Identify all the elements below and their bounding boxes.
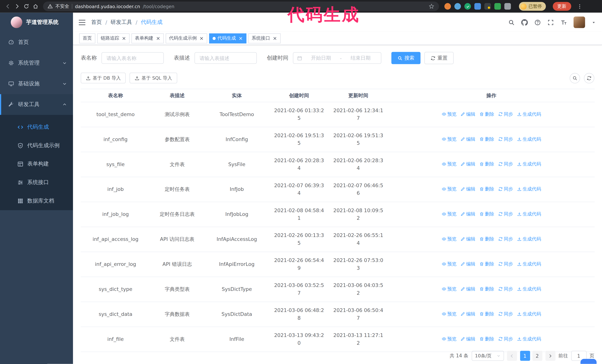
tab-system-api[interactable]: 系统接口× <box>248 33 280 43</box>
row-action-sync[interactable]: 同步 <box>498 185 513 193</box>
row-action-sync[interactable]: 同步 <box>498 285 513 293</box>
reload-button[interactable] <box>22 2 31 11</box>
row-action-preview[interactable]: 预览 <box>441 110 456 118</box>
row-action-sync[interactable]: 同步 <box>498 335 513 343</box>
row-action-edit[interactable]: 编辑 <box>460 160 475 168</box>
row-action-delete[interactable]: 删除 <box>479 285 494 293</box>
caret-down-icon[interactable] <box>592 20 596 24</box>
paused-badge[interactable]: 已暂停 <box>519 2 546 11</box>
breadcrumb-devtools[interactable]: 研发工具 <box>111 19 132 26</box>
prev-page-button[interactable] <box>507 351 517 361</box>
submenu-item-codegen-example[interactable]: 代码生成示例 <box>0 136 73 155</box>
close-icon[interactable]: × <box>200 36 204 41</box>
row-action-generate[interactable]: 生成代码 <box>517 235 541 243</box>
row-action-sync[interactable]: 同步 <box>498 160 513 168</box>
forward-button[interactable] <box>12 2 22 11</box>
row-action-sync[interactable]: 同步 <box>498 110 513 118</box>
row-action-preview[interactable]: 预览 <box>441 285 456 293</box>
date-range-picker[interactable]: 开始日期 - 结束日期 <box>293 52 381 64</box>
row-action-delete[interactable]: 删除 <box>479 310 494 318</box>
row-action-delete[interactable]: 删除 <box>479 110 494 118</box>
row-action-edit[interactable]: 编辑 <box>460 335 475 343</box>
row-action-generate[interactable]: 生成代码 <box>517 310 541 318</box>
help-icon[interactable] <box>534 19 541 26</box>
row-action-sync[interactable]: 同步 <box>498 135 513 143</box>
row-action-preview[interactable]: 预览 <box>441 185 456 193</box>
next-page-button[interactable] <box>545 351 555 361</box>
row-action-edit[interactable]: 编辑 <box>460 285 475 293</box>
extension-icon[interactable] <box>474 3 481 10</box>
row-action-preview[interactable]: 预览 <box>441 310 456 318</box>
extension-icon[interactable] <box>484 3 491 10</box>
extensions-puzzle-icon[interactable] <box>504 3 511 10</box>
row-action-preview[interactable]: 预览 <box>441 235 456 243</box>
update-button[interactable]: 更新 <box>553 2 571 11</box>
sidebar-item-system-management[interactable]: 系统管理 <box>0 52 73 73</box>
reset-button[interactable]: 重置 <box>424 52 454 64</box>
row-action-edit[interactable]: 编辑 <box>460 110 475 118</box>
extension-icon[interactable] <box>454 3 461 10</box>
row-action-sync[interactable]: 同步 <box>498 260 513 268</box>
table-name-input[interactable] <box>101 52 164 64</box>
row-action-delete[interactable]: 删除 <box>479 160 494 168</box>
row-action-preview[interactable]: 预览 <box>441 210 456 218</box>
row-action-edit[interactable]: 编辑 <box>460 185 475 193</box>
page-button-1[interactable]: 1 <box>520 351 530 361</box>
extension-icon[interactable] <box>444 3 451 10</box>
row-action-delete[interactable]: 删除 <box>479 260 494 268</box>
tab-codegen-example[interactable]: 代码生成示例× <box>166 33 207 43</box>
close-icon[interactable]: × <box>122 36 126 41</box>
home-button[interactable] <box>31 2 40 11</box>
back-button[interactable] <box>3 2 12 11</box>
row-action-preview[interactable]: 预览 <box>441 160 456 168</box>
page-button-2[interactable]: 2 <box>532 351 542 361</box>
row-action-generate[interactable]: 生成代码 <box>517 285 541 293</box>
submenu-item-system-api[interactable]: 系统接口 <box>0 173 73 192</box>
row-action-preview[interactable]: 预览 <box>441 335 456 343</box>
submenu-item-db-doc[interactable]: 数据库文档 <box>0 192 73 210</box>
address-bar[interactable]: 不安全 dashboard.yudao.iocoder.cn/tool/code… <box>43 1 439 11</box>
row-action-sync[interactable]: 同步 <box>498 310 513 318</box>
refresh-table-button[interactable] <box>584 73 594 83</box>
tab-home[interactable]: 首页 <box>79 33 95 43</box>
row-action-preview[interactable]: 预览 <box>441 135 456 143</box>
user-avatar[interactable] <box>573 16 585 28</box>
close-icon[interactable]: × <box>156 36 160 41</box>
page-size-select[interactable]: 10条/页 <box>472 351 504 361</box>
row-action-edit[interactable]: 编辑 <box>460 135 475 143</box>
browser-menu-icon[interactable] <box>577 4 582 9</box>
floating-widget[interactable] <box>580 359 597 364</box>
sidebar-item-dev-tools[interactable]: 研发工具 <box>0 94 73 115</box>
hamburger-icon[interactable] <box>78 19 86 26</box>
row-action-edit[interactable]: 编辑 <box>460 210 475 218</box>
row-action-delete[interactable]: 删除 <box>479 210 494 218</box>
bookmark-star-icon[interactable] <box>429 3 434 9</box>
row-action-sync[interactable]: 同步 <box>498 210 513 218</box>
font-size-icon[interactable] <box>560 19 567 26</box>
row-action-preview[interactable]: 预览 <box>441 260 456 268</box>
table-desc-input[interactable] <box>194 52 257 64</box>
extension-icon[interactable] <box>494 3 501 10</box>
close-icon[interactable]: × <box>273 36 277 41</box>
row-action-sync[interactable]: 同步 <box>498 235 513 243</box>
row-action-delete[interactable]: 删除 <box>479 235 494 243</box>
row-action-edit[interactable]: 编辑 <box>460 260 475 268</box>
fullscreen-icon[interactable] <box>547 19 554 26</box>
row-action-generate[interactable]: 生成代码 <box>517 160 541 168</box>
submenu-item-codegen[interactable]: 代码生成 <box>0 118 73 136</box>
search-icon[interactable] <box>508 19 515 26</box>
github-icon[interactable] <box>521 19 528 26</box>
search-button[interactable]: 搜索 <box>391 52 421 64</box>
row-action-generate[interactable]: 生成代码 <box>517 210 541 218</box>
security-warning-icon[interactable] <box>48 4 53 9</box>
row-action-edit[interactable]: 编辑 <box>460 310 475 318</box>
row-action-generate[interactable]: 生成代码 <box>517 260 541 268</box>
row-action-edit[interactable]: 编辑 <box>460 235 475 243</box>
app-logo[interactable]: 芋道管理系统 <box>0 13 73 32</box>
extension-icon[interactable] <box>464 3 471 10</box>
toggle-search-button[interactable] <box>570 73 580 83</box>
import-db-button[interactable]: 基于 DB 导入 <box>81 73 126 83</box>
sidebar-item-home[interactable]: 首页 <box>0 32 73 52</box>
row-action-delete[interactable]: 删除 <box>479 335 494 343</box>
row-action-generate[interactable]: 生成代码 <box>517 335 541 343</box>
